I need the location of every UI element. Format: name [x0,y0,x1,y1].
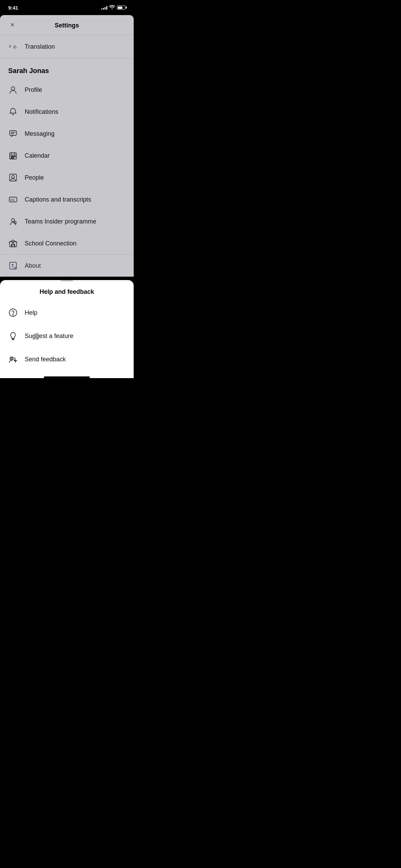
people-icon [8,173,18,182]
help-sheet: Help and feedback Help Suggest a feature [0,280,134,378]
sheet-item-feedback[interactable]: Send feedback [0,348,134,371]
bell-icon [8,107,18,117]
svg-rect-3 [10,131,16,135]
messaging-label: Messaging [25,130,54,137]
svg-point-19 [12,219,15,222]
school-label: School Connection [25,240,76,247]
help-sheet-title: Help and feedback [0,281,134,301]
settings-item-profile[interactable]: Profile [0,79,134,101]
settings-item-messaging[interactable]: Messaging [0,123,134,145]
settings-header: × Settings [0,15,134,35]
signal-icon [101,5,107,10]
calendar-label: Calendar [25,152,50,159]
profile-label: Profile [25,86,42,94]
help-label: Help [25,309,37,316]
settings-item-calendar[interactable]: Calendar [0,145,134,167]
user-name: Sarah Jonas [8,67,125,75]
status-bar: 9:41 [0,0,134,15]
svg-point-32 [10,357,13,360]
svg-rect-11 [13,156,14,157]
calendar-icon [8,151,18,160]
sheet-item-help[interactable]: Help [0,301,134,324]
captions-label: Captions and transcripts [25,196,91,203]
battery-icon [117,5,125,10]
suggest-icon [8,331,18,341]
help-icon [8,308,18,317]
status-time: 9:41 [8,5,18,11]
settings-item-about[interactable]: T T About [0,255,134,277]
settings-list: Profile Notifications Mess [0,79,134,277]
svg-rect-14 [13,158,14,159]
insider-icon [8,217,18,226]
svg-text:CC: CC [10,198,15,202]
svg-text:a: a [9,43,11,48]
touch-indicator [34,333,40,339]
svg-point-16 [12,176,14,178]
settings-title: Settings [54,22,79,29]
svg-point-33 [11,358,13,360]
status-icons [101,5,125,10]
svg-point-29 [13,315,13,315]
settings-item-notifications[interactable]: Notifications [0,101,134,123]
settings-item-insider[interactable]: Teams Insider programme [0,210,134,232]
chat-icon [8,129,18,138]
notifications-label: Notifications [25,108,58,116]
svg-text:あ: あ [13,45,17,49]
suggest-label: Suggest a feature [25,333,73,340]
home-indicator [44,376,90,378]
translation-row[interactable]: a あ Translation [0,35,134,59]
settings-panel: × Settings a あ Translation Sarah Jonas P… [0,15,134,277]
settings-item-school[interactable]: School Connection [0,232,134,254]
cc-icon: CC [8,195,18,204]
user-section: Sarah Jonas [0,59,134,79]
feedback-label: Send feedback [25,356,66,363]
sheet-item-suggest[interactable]: Suggest a feature [0,324,134,348]
svg-text:T: T [15,267,16,269]
wifi-icon [109,5,115,10]
settings-item-captions[interactable]: CC Captions and transcripts [0,189,134,210]
translation-icon: a あ [8,41,18,52]
svg-rect-13 [11,158,12,159]
about-icon: T T [8,261,18,270]
insider-label: Teams Insider programme [25,218,96,225]
svg-rect-12 [14,156,15,157]
people-label: People [25,174,44,181]
svg-rect-10 [11,156,12,157]
person-icon [8,85,18,95]
school-icon [8,239,18,248]
svg-rect-22 [12,244,14,247]
settings-item-people[interactable]: People [0,167,134,189]
translation-label: Translation [25,43,55,50]
about-label: About [25,262,41,269]
svg-text:T: T [11,263,14,268]
svg-point-2 [11,87,15,90]
feedback-icon [8,354,18,364]
close-button[interactable]: × [7,20,18,31]
